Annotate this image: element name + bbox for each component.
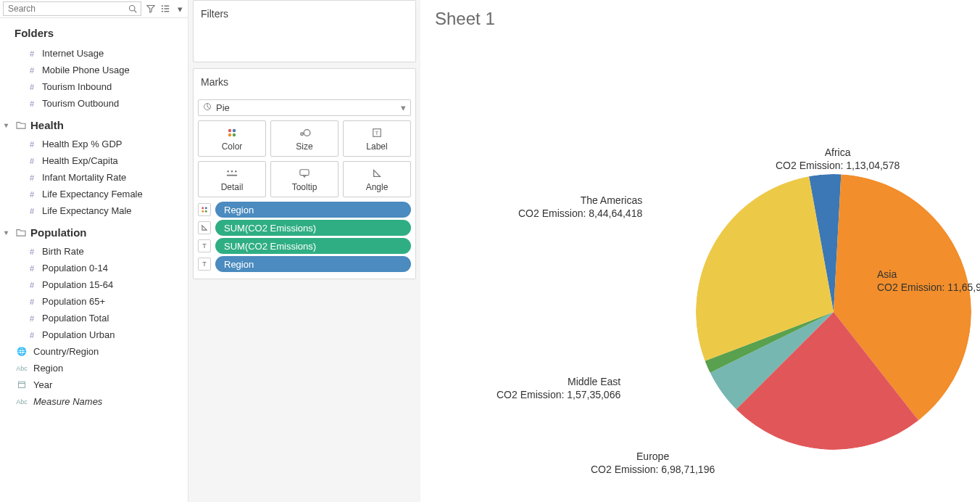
field-label: Tourism Inbound [42, 81, 112, 92]
svg-rect-5 [165, 6, 170, 7]
svg-rect-7 [165, 11, 170, 12]
abc-icon: Abc [16, 365, 28, 372]
label-line1: Europe [591, 450, 715, 464]
marks-color-button[interactable]: Color [198, 120, 266, 157]
marks-detail-button[interactable]: Detail [198, 161, 266, 197]
pill-co2-label[interactable]: SUM(CO2 Emissions) [215, 238, 411, 254]
svg-point-25 [205, 207, 207, 209]
sheet-title[interactable]: Sheet 1 [435, 9, 966, 29]
data-fields-list[interactable]: Folders #Internet Usage #Mobile Phone Us… [0, 18, 188, 502]
marks-size-label: Size [296, 141, 312, 152]
svg-point-12 [233, 128, 236, 131]
pie-chart[interactable] [696, 174, 971, 450]
dropdown-menu-icon[interactable]: ▾ [175, 4, 185, 14]
angle-slot-icon[interactable] [198, 221, 211, 234]
search-input[interactable] [7, 3, 128, 15]
field-pop-total[interactable]: #Population Total [0, 310, 188, 326]
field-health-exp-capita[interactable]: #Health Exp/Capita [0, 152, 188, 169]
folder-health[interactable]: ▾ Health [0, 112, 188, 136]
pill-row-label-co2: T SUM(CO2 Emissions) [198, 238, 411, 254]
field-measure-names[interactable]: AbcMeasure Names [0, 393, 188, 410]
field-life-exp-female[interactable]: #Life Expectancy Female [0, 186, 188, 202]
search-icon[interactable] [128, 4, 138, 14]
field-birth-rate[interactable]: #Birth Rate [0, 243, 188, 260]
size-icon [298, 126, 311, 139]
label-slot-icon[interactable]: T [198, 258, 211, 271]
view-list-icon[interactable] [160, 4, 170, 14]
label-line1: Africa [776, 147, 900, 160]
field-label: Life Expectancy Male [42, 205, 132, 216]
marks-card: Marks Pie ▾ Color Size T [193, 68, 416, 279]
field-pop-0-14[interactable]: #Population 0-14 [0, 260, 188, 276]
filter-icon[interactable] [146, 4, 156, 14]
pill-label: SUM(CO2 Emissions) [224, 241, 316, 252]
viz-area: Sheet 1 Africa CO2 Emission: 1,13,04,578… [420, 0, 980, 502]
mark-type-select[interactable]: Pie ▾ [198, 99, 411, 116]
field-label: Infant Mortality Rate [42, 172, 126, 183]
field-mobile-phone-usage[interactable]: #Mobile Phone Usage [0, 62, 188, 78]
marks-angle-button[interactable]: Angle [343, 161, 411, 197]
field-life-exp-male[interactable]: #Life Expectancy Male [0, 202, 188, 219]
svg-rect-22 [227, 174, 237, 176]
label-icon: T [372, 126, 382, 139]
field-label: Health Exp/Capita [42, 155, 118, 166]
marks-size-button[interactable]: Size [270, 120, 339, 157]
field-internet-usage[interactable]: #Internet Usage [0, 45, 188, 62]
number-icon: # [28, 190, 36, 199]
label-line2: CO2 Emission: 1,57,35,066 [497, 389, 620, 402]
svg-point-24 [202, 207, 204, 209]
pie-label-americas: The Americas CO2 Emission: 8,44,64,418 [518, 194, 642, 220]
svg-point-27 [205, 210, 207, 213]
field-label: Population 15-64 [42, 279, 113, 290]
marks-label-button[interactable]: T Label [343, 120, 411, 157]
svg-point-0 [130, 6, 136, 12]
abc-icon: Abc [16, 398, 28, 406]
svg-rect-8 [19, 382, 25, 387]
number-icon: # [28, 173, 36, 182]
pill-co2-angle[interactable]: SUM(CO2 Emissions) [215, 220, 411, 236]
field-country-region[interactable]: 🌐Country/Region [0, 343, 188, 360]
field-tourism-inbound[interactable]: #Tourism Inbound [0, 78, 188, 95]
pill-row-color-region: Region [198, 202, 411, 218]
data-pane: ▾ Folders #Internet Usage #Mobile Phone … [0, 0, 188, 502]
number-icon: # [28, 66, 36, 75]
search-box[interactable] [3, 1, 141, 16]
color-icon [226, 126, 238, 139]
field-label: Health Exp % GDP [42, 139, 122, 149]
label-line1: Middle East [497, 376, 620, 389]
pill-region-color[interactable]: Region [215, 202, 411, 218]
field-pop-15-64[interactable]: #Population 15-64 [0, 276, 188, 293]
number-icon: # [28, 264, 36, 273]
field-infant-mortality[interactable]: #Infant Mortality Rate [0, 169, 188, 186]
svg-point-21 [235, 170, 236, 172]
marks-tooltip-button[interactable]: Tooltip [270, 161, 339, 197]
mark-type-label: Pie [216, 102, 230, 113]
pie-icon [203, 102, 212, 113]
label-line2: CO2 Emission: 1,13,04,578 [776, 160, 900, 173]
pill-region-label[interactable]: Region [215, 256, 411, 272]
svg-point-26 [202, 210, 204, 213]
color-slot-icon[interactable] [198, 203, 211, 216]
folder-population[interactable]: ▾ Population [0, 219, 188, 243]
label-slot-icon[interactable]: T [198, 239, 211, 252]
detail-icon [226, 167, 238, 180]
number-icon: # [28, 314, 36, 323]
field-label: Birth Rate [42, 246, 84, 257]
chevron-down-icon: ▾ [401, 102, 406, 113]
pill-label: SUM(CO2 Emissions) [224, 223, 316, 234]
folder-label: Health [30, 119, 64, 131]
field-region[interactable]: AbcRegion [0, 360, 188, 376]
pill-row-angle-co2: SUM(CO2 Emissions) [198, 220, 411, 236]
filters-shelf[interactable]: Filters [193, 0, 416, 62]
field-year[interactable]: Year [0, 376, 188, 393]
field-pop-urban[interactable]: #Population Urban [0, 326, 188, 343]
number-icon: # [28, 297, 36, 306]
field-pop-65-plus[interactable]: #Population 65+ [0, 293, 188, 310]
marks-color-label: Color [222, 141, 243, 152]
folder-label: Population [30, 226, 87, 239]
folders-header: Folders [0, 21, 188, 45]
number-icon: # [28, 281, 36, 289]
chevron-down-icon: ▾ [4, 229, 12, 236]
field-tourism-outbound[interactable]: #Tourism Outbound [0, 95, 188, 112]
field-health-exp-gdp[interactable]: #Health Exp % GDP [0, 136, 188, 152]
